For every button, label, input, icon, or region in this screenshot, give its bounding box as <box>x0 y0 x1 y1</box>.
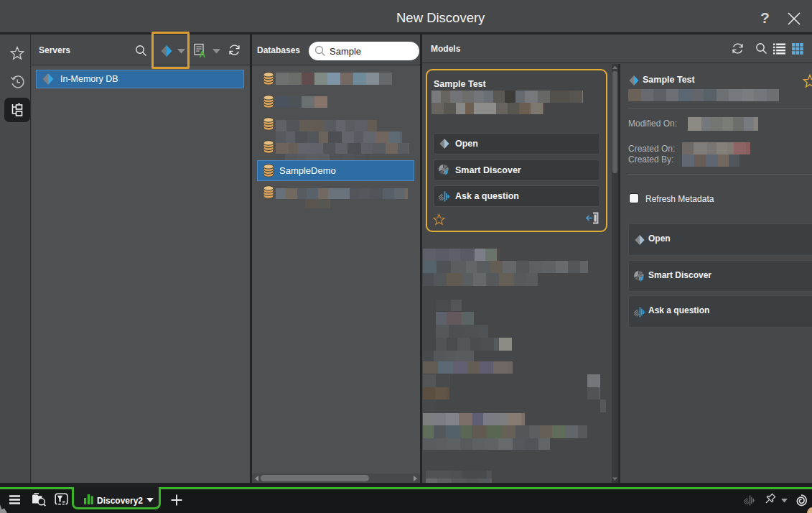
svg-text:A: A <box>200 50 206 59</box>
